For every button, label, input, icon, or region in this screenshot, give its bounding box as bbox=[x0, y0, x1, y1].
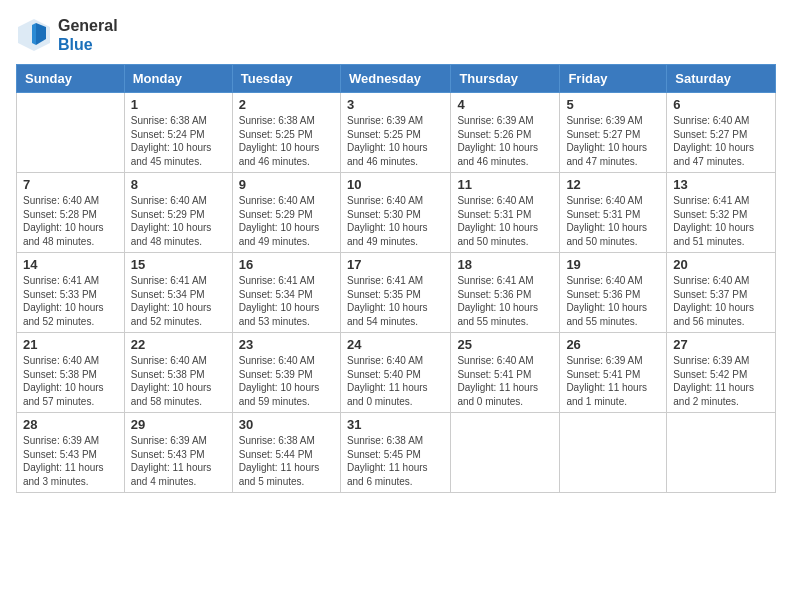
day-number: 30 bbox=[239, 417, 334, 432]
day-info: Sunrise: 6:41 AM Sunset: 5:33 PM Dayligh… bbox=[23, 274, 118, 328]
calendar-cell: 21Sunrise: 6:40 AM Sunset: 5:38 PM Dayli… bbox=[17, 333, 125, 413]
calendar-cell: 8Sunrise: 6:40 AM Sunset: 5:29 PM Daylig… bbox=[124, 173, 232, 253]
logo: General Blue bbox=[16, 16, 118, 54]
day-number: 12 bbox=[566, 177, 660, 192]
day-info: Sunrise: 6:40 AM Sunset: 5:31 PM Dayligh… bbox=[566, 194, 660, 248]
day-info: Sunrise: 6:41 AM Sunset: 5:32 PM Dayligh… bbox=[673, 194, 769, 248]
calendar-cell: 1Sunrise: 6:38 AM Sunset: 5:24 PM Daylig… bbox=[124, 93, 232, 173]
calendar-cell: 19Sunrise: 6:40 AM Sunset: 5:36 PM Dayli… bbox=[560, 253, 667, 333]
day-number: 14 bbox=[23, 257, 118, 272]
day-header-friday: Friday bbox=[560, 65, 667, 93]
calendar-week-row: 7Sunrise: 6:40 AM Sunset: 5:28 PM Daylig… bbox=[17, 173, 776, 253]
day-header-tuesday: Tuesday bbox=[232, 65, 340, 93]
day-number: 9 bbox=[239, 177, 334, 192]
day-number: 16 bbox=[239, 257, 334, 272]
day-info: Sunrise: 6:40 AM Sunset: 5:31 PM Dayligh… bbox=[457, 194, 553, 248]
day-info: Sunrise: 6:40 AM Sunset: 5:28 PM Dayligh… bbox=[23, 194, 118, 248]
day-info: Sunrise: 6:39 AM Sunset: 5:26 PM Dayligh… bbox=[457, 114, 553, 168]
day-number: 25 bbox=[457, 337, 553, 352]
day-number: 21 bbox=[23, 337, 118, 352]
day-info: Sunrise: 6:40 AM Sunset: 5:30 PM Dayligh… bbox=[347, 194, 444, 248]
calendar-cell: 31Sunrise: 6:38 AM Sunset: 5:45 PM Dayli… bbox=[340, 413, 450, 493]
calendar-cell: 25Sunrise: 6:40 AM Sunset: 5:41 PM Dayli… bbox=[451, 333, 560, 413]
calendar-cell: 20Sunrise: 6:40 AM Sunset: 5:37 PM Dayli… bbox=[667, 253, 776, 333]
day-info: Sunrise: 6:41 AM Sunset: 5:34 PM Dayligh… bbox=[131, 274, 226, 328]
calendar-cell: 10Sunrise: 6:40 AM Sunset: 5:30 PM Dayli… bbox=[340, 173, 450, 253]
calendar-cell bbox=[560, 413, 667, 493]
logo-blue-text: Blue bbox=[58, 35, 118, 54]
calendar-cell: 30Sunrise: 6:38 AM Sunset: 5:44 PM Dayli… bbox=[232, 413, 340, 493]
day-number: 27 bbox=[673, 337, 769, 352]
day-info: Sunrise: 6:38 AM Sunset: 5:24 PM Dayligh… bbox=[131, 114, 226, 168]
day-number: 2 bbox=[239, 97, 334, 112]
day-number: 22 bbox=[131, 337, 226, 352]
day-info: Sunrise: 6:40 AM Sunset: 5:27 PM Dayligh… bbox=[673, 114, 769, 168]
calendar-cell: 15Sunrise: 6:41 AM Sunset: 5:34 PM Dayli… bbox=[124, 253, 232, 333]
calendar-week-row: 1Sunrise: 6:38 AM Sunset: 5:24 PM Daylig… bbox=[17, 93, 776, 173]
day-info: Sunrise: 6:38 AM Sunset: 5:45 PM Dayligh… bbox=[347, 434, 444, 488]
calendar-cell: 7Sunrise: 6:40 AM Sunset: 5:28 PM Daylig… bbox=[17, 173, 125, 253]
calendar-cell: 24Sunrise: 6:40 AM Sunset: 5:40 PM Dayli… bbox=[340, 333, 450, 413]
day-header-thursday: Thursday bbox=[451, 65, 560, 93]
day-number: 7 bbox=[23, 177, 118, 192]
day-info: Sunrise: 6:41 AM Sunset: 5:36 PM Dayligh… bbox=[457, 274, 553, 328]
day-header-saturday: Saturday bbox=[667, 65, 776, 93]
day-info: Sunrise: 6:41 AM Sunset: 5:35 PM Dayligh… bbox=[347, 274, 444, 328]
day-info: Sunrise: 6:39 AM Sunset: 5:43 PM Dayligh… bbox=[131, 434, 226, 488]
calendar-cell: 22Sunrise: 6:40 AM Sunset: 5:38 PM Dayli… bbox=[124, 333, 232, 413]
calendar-week-row: 14Sunrise: 6:41 AM Sunset: 5:33 PM Dayli… bbox=[17, 253, 776, 333]
calendar-week-row: 21Sunrise: 6:40 AM Sunset: 5:38 PM Dayli… bbox=[17, 333, 776, 413]
day-number: 8 bbox=[131, 177, 226, 192]
day-number: 1 bbox=[131, 97, 226, 112]
calendar-cell: 23Sunrise: 6:40 AM Sunset: 5:39 PM Dayli… bbox=[232, 333, 340, 413]
day-number: 24 bbox=[347, 337, 444, 352]
calendar-cell: 6Sunrise: 6:40 AM Sunset: 5:27 PM Daylig… bbox=[667, 93, 776, 173]
day-info: Sunrise: 6:39 AM Sunset: 5:41 PM Dayligh… bbox=[566, 354, 660, 408]
calendar-cell: 2Sunrise: 6:38 AM Sunset: 5:25 PM Daylig… bbox=[232, 93, 340, 173]
calendar-cell: 4Sunrise: 6:39 AM Sunset: 5:26 PM Daylig… bbox=[451, 93, 560, 173]
calendar-cell: 17Sunrise: 6:41 AM Sunset: 5:35 PM Dayli… bbox=[340, 253, 450, 333]
day-info: Sunrise: 6:41 AM Sunset: 5:34 PM Dayligh… bbox=[239, 274, 334, 328]
day-number: 13 bbox=[673, 177, 769, 192]
logo-general-text: General bbox=[58, 16, 118, 35]
day-info: Sunrise: 6:38 AM Sunset: 5:44 PM Dayligh… bbox=[239, 434, 334, 488]
calendar-cell bbox=[17, 93, 125, 173]
day-info: Sunrise: 6:40 AM Sunset: 5:39 PM Dayligh… bbox=[239, 354, 334, 408]
day-info: Sunrise: 6:39 AM Sunset: 5:27 PM Dayligh… bbox=[566, 114, 660, 168]
day-info: Sunrise: 6:40 AM Sunset: 5:36 PM Dayligh… bbox=[566, 274, 660, 328]
calendar-cell: 18Sunrise: 6:41 AM Sunset: 5:36 PM Dayli… bbox=[451, 253, 560, 333]
day-number: 18 bbox=[457, 257, 553, 272]
calendar-cell: 11Sunrise: 6:40 AM Sunset: 5:31 PM Dayli… bbox=[451, 173, 560, 253]
day-info: Sunrise: 6:38 AM Sunset: 5:25 PM Dayligh… bbox=[239, 114, 334, 168]
calendar-cell: 9Sunrise: 6:40 AM Sunset: 5:29 PM Daylig… bbox=[232, 173, 340, 253]
calendar-cell: 14Sunrise: 6:41 AM Sunset: 5:33 PM Dayli… bbox=[17, 253, 125, 333]
day-number: 11 bbox=[457, 177, 553, 192]
day-number: 3 bbox=[347, 97, 444, 112]
calendar-header-row: SundayMondayTuesdayWednesdayThursdayFrid… bbox=[17, 65, 776, 93]
calendar-cell: 13Sunrise: 6:41 AM Sunset: 5:32 PM Dayli… bbox=[667, 173, 776, 253]
calendar-week-row: 28Sunrise: 6:39 AM Sunset: 5:43 PM Dayli… bbox=[17, 413, 776, 493]
day-number: 29 bbox=[131, 417, 226, 432]
day-info: Sunrise: 6:40 AM Sunset: 5:37 PM Dayligh… bbox=[673, 274, 769, 328]
day-info: Sunrise: 6:40 AM Sunset: 5:29 PM Dayligh… bbox=[131, 194, 226, 248]
day-number: 15 bbox=[131, 257, 226, 272]
day-number: 19 bbox=[566, 257, 660, 272]
calendar-cell: 28Sunrise: 6:39 AM Sunset: 5:43 PM Dayli… bbox=[17, 413, 125, 493]
calendar-cell bbox=[451, 413, 560, 493]
calendar-cell: 3Sunrise: 6:39 AM Sunset: 5:25 PM Daylig… bbox=[340, 93, 450, 173]
calendar-cell: 16Sunrise: 6:41 AM Sunset: 5:34 PM Dayli… bbox=[232, 253, 340, 333]
day-header-monday: Monday bbox=[124, 65, 232, 93]
calendar-cell: 26Sunrise: 6:39 AM Sunset: 5:41 PM Dayli… bbox=[560, 333, 667, 413]
day-number: 4 bbox=[457, 97, 553, 112]
day-number: 17 bbox=[347, 257, 444, 272]
calendar-cell: 12Sunrise: 6:40 AM Sunset: 5:31 PM Dayli… bbox=[560, 173, 667, 253]
day-info: Sunrise: 6:40 AM Sunset: 5:29 PM Dayligh… bbox=[239, 194, 334, 248]
day-number: 26 bbox=[566, 337, 660, 352]
day-number: 6 bbox=[673, 97, 769, 112]
logo-icon bbox=[16, 17, 52, 53]
page-header: General Blue bbox=[16, 16, 776, 54]
calendar-cell: 27Sunrise: 6:39 AM Sunset: 5:42 PM Dayli… bbox=[667, 333, 776, 413]
day-number: 5 bbox=[566, 97, 660, 112]
day-header-wednesday: Wednesday bbox=[340, 65, 450, 93]
day-number: 28 bbox=[23, 417, 118, 432]
